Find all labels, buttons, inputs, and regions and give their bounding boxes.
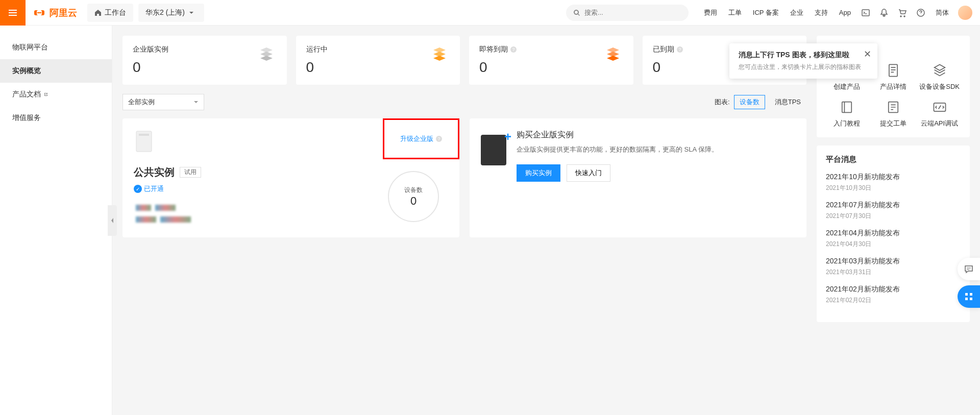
news-date: 2021年03月31日 <box>826 268 961 277</box>
layers-icon <box>932 63 947 78</box>
nav-enterprise[interactable]: 企业 <box>785 8 808 17</box>
hamburger-icon <box>8 8 18 18</box>
feedback-button[interactable] <box>958 258 980 280</box>
quick-api[interactable]: 云端API调试 <box>918 100 961 128</box>
quick-sdk[interactable]: 设备设备SDK <box>918 63 961 91</box>
svg-rect-8 <box>139 134 149 136</box>
filter-row: 全部实例 图表: 设备数 消息TPS <box>122 94 806 110</box>
nav-lang[interactable]: 简体 <box>930 8 954 17</box>
instance-filter-select[interactable]: 全部实例 <box>122 94 204 110</box>
svg-rect-13 <box>842 102 851 113</box>
svg-rect-16 <box>965 293 968 296</box>
buy-button[interactable]: 购买实例 <box>517 164 560 182</box>
toggle-devices[interactable]: 设备数 <box>734 95 765 109</box>
svg-rect-19 <box>970 298 972 300</box>
quick-tutorial[interactable]: 入门教程 <box>826 100 868 128</box>
stat-label: 企业版实例 <box>133 45 168 54</box>
gauge-value: 0 <box>410 194 416 208</box>
book-icon <box>839 100 854 115</box>
close-icon[interactable]: ✕ <box>864 48 871 60</box>
panel-title: 平台消息 <box>826 155 961 164</box>
sidebar-item-docs[interactable]: 产品文档 <box>0 83 112 106</box>
logo-text: 阿里云 <box>50 7 77 19</box>
side-right: 常用入口 创建产品 产品详情 设备设备SDK <box>817 36 970 405</box>
news-title: 2021年10月新功能发布 <box>826 173 961 182</box>
stack-icon <box>429 45 450 65</box>
sidebar-item-iot[interactable]: 物联网平台 <box>0 36 112 59</box>
stat-card-running: 运行中 0 <box>296 36 460 85</box>
layout: 物联网平台 实例概览 产品文档 增值服务 企业版实例 0 <box>0 26 980 415</box>
grid-icon <box>964 291 974 302</box>
workspace-label: 工作台 <box>105 8 126 17</box>
svg-rect-0 <box>862 10 869 16</box>
cart-icon[interactable] <box>894 4 911 21</box>
svg-text:?: ? <box>437 136 440 141</box>
cloudshell-icon[interactable] <box>857 4 874 21</box>
workspace-button[interactable]: 工作台 <box>87 4 133 22</box>
news-date: 2021年04月30日 <box>826 240 961 249</box>
home-icon <box>94 9 102 16</box>
tooltip-popup: ✕ 消息上下行 TPS 图表，移到这里啦 您可点击这里，来切换卡片上展示的指标图… <box>729 43 877 79</box>
nav-icp[interactable]: ICP 备案 <box>748 8 784 17</box>
stat-card-expiring: 即将到期? 0 <box>469 36 633 85</box>
search-box[interactable] <box>566 5 689 21</box>
news-item[interactable]: 2021年07月新功能发布2021年07月30日 <box>826 201 961 221</box>
search-input[interactable] <box>584 9 681 16</box>
help-icon[interactable] <box>912 4 929 21</box>
quick-product-detail[interactable]: 产品详情 <box>872 63 915 91</box>
svg-rect-12 <box>889 64 897 76</box>
help-icon[interactable]: ? <box>435 135 443 142</box>
toggle-tps[interactable]: 消息TPS <box>769 95 806 109</box>
nav-app[interactable]: App <box>834 9 856 16</box>
header-right: 费用 工单 ICP 备案 企业 支持 App 简体 <box>699 4 980 21</box>
device-gauge: 设备数 0 <box>388 171 439 222</box>
nav-ticket[interactable]: 工单 <box>723 8 747 17</box>
news-panel: 平台消息 2021年10月新功能发布2021年10月30日2021年07月新功能… <box>817 145 970 322</box>
news-title: 2021年03月新功能发布 <box>826 257 961 266</box>
news-item[interactable]: 2021年10月新功能发布2021年10月30日 <box>826 173 961 192</box>
stat-value: 0 <box>479 59 517 76</box>
ticket-icon <box>886 100 901 115</box>
news-date: 2021年02月02日 <box>826 296 961 305</box>
apps-button[interactable] <box>958 285 980 308</box>
collapse-handle[interactable] <box>108 205 117 236</box>
upgrade-link[interactable]: 升级企业版 ? <box>400 134 443 143</box>
region-selector[interactable]: 华东2 (上海) <box>138 4 204 22</box>
help-icon[interactable]: ? <box>510 46 517 53</box>
chart-toggle: 图表: 设备数 消息TPS <box>715 95 806 109</box>
news-item[interactable]: 2021年02月新功能发布2021年02月02日 <box>826 285 961 305</box>
buy-title: 购买企业版实例 <box>517 130 718 140</box>
stack-icon <box>256 45 277 65</box>
notification-icon[interactable] <box>875 4 893 21</box>
news-item[interactable]: 2021年04月新功能发布2021年04月30日 <box>826 229 961 249</box>
news-date: 2021年07月30日 <box>826 212 961 221</box>
sidebar-item-overview[interactable]: 实例概览 <box>0 59 112 83</box>
quickstart-button[interactable]: 快速入门 <box>567 164 610 182</box>
external-link-icon <box>43 91 49 97</box>
trial-tag[interactable]: 试用 <box>180 167 201 178</box>
logo[interactable]: 阿里云 <box>26 7 85 19</box>
buy-desc: 企业版实例提供更丰富的功能，更好的数据隔离，更高的 SLA 保障。 <box>517 144 718 155</box>
select-value: 全部实例 <box>128 97 155 107</box>
svg-rect-18 <box>965 298 968 300</box>
news-list: 2021年10月新功能发布2021年10月30日2021年07月新功能发布202… <box>826 173 961 305</box>
float-buttons <box>958 258 980 313</box>
news-item[interactable]: 2021年03月新功能发布2021年03月31日 <box>826 257 961 277</box>
stack-icon <box>603 45 623 65</box>
menu-button[interactable] <box>0 0 26 26</box>
chevron-down-icon <box>189 10 194 15</box>
api-icon <box>932 100 947 115</box>
sidebar-item-vas[interactable]: 增值服务 <box>0 106 112 130</box>
search-icon <box>573 9 580 16</box>
stat-card-expired: 已到期? 0 ✕ 消息上下行 TPS 图表，移到这里啦 您可点击这里，来切换卡片… <box>643 36 807 85</box>
server-box-icon <box>134 129 154 154</box>
tooltip-desc: 您可点击这里，来切换卡片上展示的指标图表 <box>739 63 868 71</box>
nav-support[interactable]: 支持 <box>810 8 833 17</box>
nav-fee[interactable]: 费用 <box>699 8 722 17</box>
avatar[interactable] <box>958 6 972 20</box>
stat-label: 已到期? <box>653 45 683 54</box>
buy-instance-card: 购买企业版实例 企业版实例提供更丰富的功能，更好的数据隔离，更高的 SLA 保障… <box>470 118 806 237</box>
quick-ticket[interactable]: 提交工单 <box>872 100 915 128</box>
content-left: 企业版实例 0 运行中 0 即将到期? 0 <box>122 36 806 405</box>
help-icon[interactable]: ? <box>676 46 683 53</box>
